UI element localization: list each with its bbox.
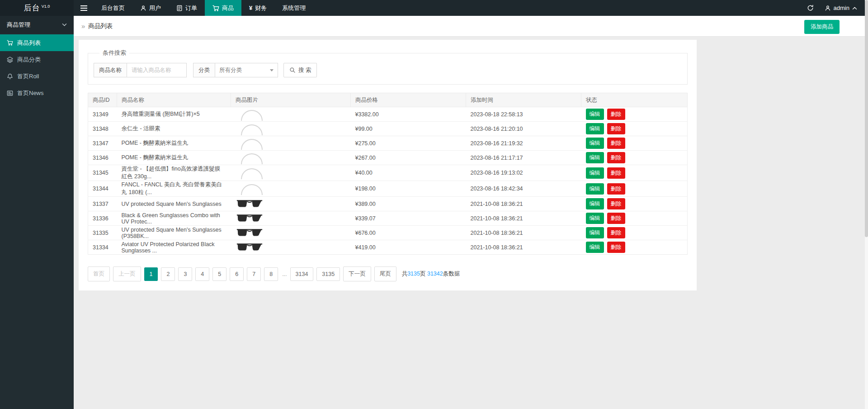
nav-goods[interactable]: 商品 xyxy=(205,0,241,16)
search-legend: 条件搜索 xyxy=(99,49,129,57)
table-row: 31346 POME - 麴酵素納米益生丸 ¥267.00 2023-08-16… xyxy=(88,151,688,165)
product-price: ¥198.00 xyxy=(351,181,466,197)
table-row: 31337 UV protected Square Men's Sunglass… xyxy=(88,197,688,211)
nav-system[interactable]: 系统管理 xyxy=(274,0,313,16)
delete-button[interactable]: 删除 xyxy=(607,242,625,253)
page-button-3135[interactable]: 3135 xyxy=(316,267,340,281)
page-button-4[interactable]: 4 xyxy=(195,267,209,281)
product-actions: 编辑删除 xyxy=(581,136,688,151)
nav-label: 系统管理 xyxy=(282,4,306,12)
page-button-3134[interactable]: 3134 xyxy=(290,267,314,281)
delete-button[interactable]: 删除 xyxy=(607,213,625,224)
sunglasses-image xyxy=(236,228,263,238)
delete-button[interactable]: 删除 xyxy=(607,198,625,209)
page-button-7[interactable]: 7 xyxy=(247,267,261,281)
page-button-2[interactable]: 2 xyxy=(161,267,175,281)
edit-button[interactable]: 编辑 xyxy=(586,109,604,120)
edit-button[interactable]: 编辑 xyxy=(586,138,604,149)
sidebar-item-goods-list[interactable]: 商品列表 xyxy=(0,34,74,51)
search-button-label: 搜 索 xyxy=(298,67,311,74)
page-next-button[interactable]: 下一页 xyxy=(343,266,371,281)
nav-finance[interactable]: ¥ 财务 xyxy=(241,0,274,16)
delete-button[interactable]: 删除 xyxy=(607,123,625,134)
sunglasses-image xyxy=(236,213,263,224)
product-price: ¥275.00 xyxy=(351,136,466,151)
page-prev-button[interactable]: 上一页 xyxy=(113,266,141,281)
delete-button[interactable]: 删除 xyxy=(607,167,625,179)
placeholder-arc-image xyxy=(241,168,263,179)
user-menu[interactable]: admin xyxy=(820,0,862,16)
chevron-down-icon xyxy=(62,23,67,27)
product-price: ¥40.00 xyxy=(351,165,466,181)
page-button-6[interactable]: 6 xyxy=(230,267,244,281)
edit-button[interactable]: 编辑 xyxy=(586,198,604,209)
nav-label: 财务 xyxy=(255,4,267,12)
nav-label: 订单 xyxy=(185,4,197,12)
add-product-button[interactable]: 添加商品 xyxy=(804,20,840,34)
edit-button[interactable]: 编辑 xyxy=(586,152,604,163)
product-image xyxy=(231,240,351,255)
edit-button[interactable]: 编辑 xyxy=(586,213,604,224)
product-name: 資生堂 - 【超低價】fino高效滲透護髮膜 紅色 230g... xyxy=(117,165,231,181)
table-row: 31349 身高體重測量儀 (附BMI計算)×5 ¥3382.00 2023-0… xyxy=(88,107,688,122)
delete-button[interactable]: 删除 xyxy=(607,138,625,149)
product-actions: 编辑删除 xyxy=(581,122,688,136)
edit-button[interactable]: 编辑 xyxy=(586,123,604,134)
product-price: ¥3382.00 xyxy=(351,107,466,122)
nav-backend-home[interactable]: 后台首页 xyxy=(94,0,132,16)
product-image xyxy=(231,197,351,211)
cart-icon xyxy=(212,5,219,11)
search-button[interactable]: 搜 索 xyxy=(283,63,317,77)
delete-button[interactable]: 删除 xyxy=(607,227,625,238)
category-label: 分类 xyxy=(193,63,215,77)
delete-button[interactable]: 删除 xyxy=(607,152,625,163)
page-button-3[interactable]: 3 xyxy=(178,267,192,281)
page-title: 商品列表 xyxy=(88,22,113,30)
refresh-button[interactable] xyxy=(801,0,820,16)
page-button-1[interactable]: 1 xyxy=(144,267,158,281)
product-image xyxy=(231,211,351,226)
placeholder-arc-image xyxy=(241,153,263,164)
sidebar-group-goods-management[interactable]: 商品管理 xyxy=(0,16,74,34)
page-end-button[interactable]: 尾页 xyxy=(374,266,396,281)
search-form: 商品名称 分类 所有分类 搜 索 xyxy=(94,63,682,77)
category-select[interactable]: 所有分类 xyxy=(215,63,278,77)
summary-pages-word: 页 xyxy=(420,271,427,277)
pagination-ellipsis: ... xyxy=(281,271,288,277)
vertical-scrollbar[interactable] xyxy=(865,0,868,409)
product-image xyxy=(231,165,351,181)
product-actions: 编辑删除 xyxy=(581,211,688,226)
nav-orders[interactable]: 订单 xyxy=(169,0,205,16)
product-id: 31348 xyxy=(88,122,117,136)
nav-users[interactable]: 用户 xyxy=(132,0,169,16)
refresh-icon xyxy=(807,5,814,11)
edit-button[interactable]: 编辑 xyxy=(586,242,604,253)
version-label: V1.0 xyxy=(42,4,50,9)
sidebar-item-goods-category[interactable]: 商品分类 xyxy=(0,51,74,68)
sidebar-item-home-roll[interactable]: 首页Roll xyxy=(0,68,74,85)
product-name-input[interactable] xyxy=(127,63,187,77)
product-id: 31346 xyxy=(88,151,117,165)
page-button-5[interactable]: 5 xyxy=(212,267,226,281)
product-actions: 编辑删除 xyxy=(581,197,688,211)
page-first-button[interactable]: 首页 xyxy=(88,266,110,281)
sidebar-item-home-news[interactable]: 首页News xyxy=(0,85,74,101)
placeholder-arc-image xyxy=(241,110,263,121)
product-image xyxy=(231,226,351,240)
menu-toggle-icon[interactable] xyxy=(74,0,94,16)
sunglasses-image xyxy=(236,242,263,252)
scrollbar-thumb[interactable] xyxy=(865,0,868,237)
delete-button[interactable]: 删除 xyxy=(607,183,625,195)
news-icon xyxy=(7,90,13,96)
yen-icon: ¥ xyxy=(249,5,252,11)
table-row: 31334 Aviator UV Protected Polarized Bla… xyxy=(88,240,688,255)
search-icon xyxy=(289,67,296,73)
product-id: 31336 xyxy=(88,211,117,226)
delete-button[interactable]: 删除 xyxy=(607,109,625,120)
product-time: 2023-08-18 22:58:13 xyxy=(466,107,581,122)
edit-button[interactable]: 编辑 xyxy=(586,183,604,195)
edit-button[interactable]: 编辑 xyxy=(586,167,604,179)
page-button-8[interactable]: 8 xyxy=(264,267,278,281)
edit-button[interactable]: 编辑 xyxy=(586,227,604,238)
breadcrumb: 商品列表 添加商品 xyxy=(74,16,868,37)
